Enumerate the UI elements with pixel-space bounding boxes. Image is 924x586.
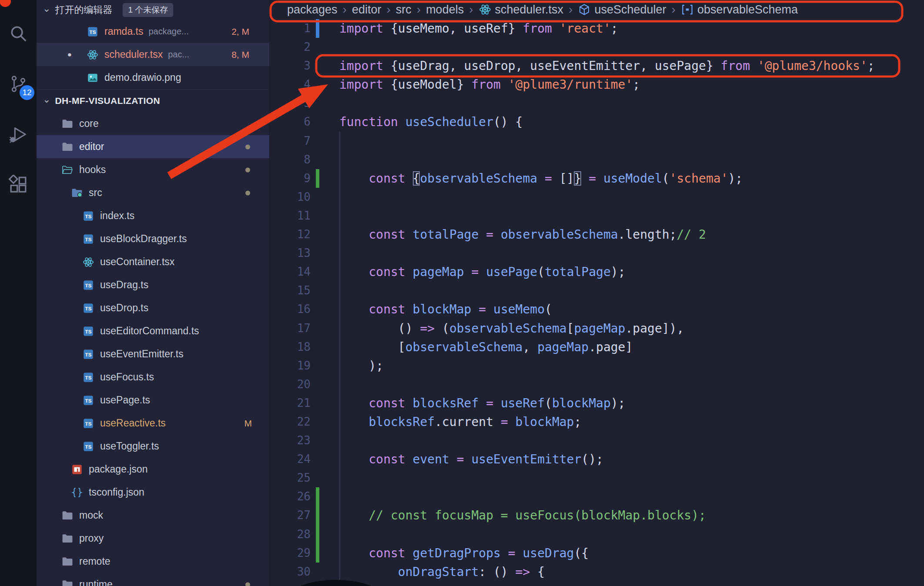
line-number[interactable]: 26 xyxy=(297,487,311,506)
open-editor-item[interactable]: demo.drawio.png xyxy=(37,66,269,89)
project-header[interactable]: ⌄ DH-MF-VISUALIZATION xyxy=(37,89,269,112)
line-number[interactable]: 17 xyxy=(297,319,311,338)
code-text[interactable]: const getDragProps = useDrag({ xyxy=(322,544,589,563)
code-text[interactable]: const event = useEventEmitter(); xyxy=(322,450,603,469)
code-text[interactable]: const {observableSchema = []} = useModel… xyxy=(322,169,743,188)
tree-item-useeditorcommand-ts[interactable]: TSuseEditorCommand.ts xyxy=(37,320,269,343)
code-line[interactable]: 14 const pageMap = usePage(totalPage); xyxy=(270,263,924,281)
line-number[interactable]: 24 xyxy=(297,450,311,469)
tree-item-proxy[interactable]: proxy xyxy=(37,527,269,550)
code-line[interactable]: 9 const {observableSchema = []} = useMod… xyxy=(270,169,924,188)
line-number[interactable]: 22 xyxy=(297,413,311,431)
tree-item-editor[interactable]: editor xyxy=(37,135,269,158)
tree-item-package-json[interactable]: package.json xyxy=(37,458,269,481)
line-number[interactable]: 19 xyxy=(297,356,311,375)
line-number[interactable]: 11 xyxy=(297,206,311,225)
code-line[interactable]: 1import {useMemo, useRef} from 'react'; xyxy=(270,19,924,38)
tree-item-useblockdragger-ts[interactable]: TSuseBlockDragger.ts xyxy=(37,227,269,250)
tree-item-runtime[interactable]: runtime xyxy=(37,573,269,586)
code-line[interactable]: 4import {useModel} from '@plume3/runtime… xyxy=(270,75,924,94)
line-number[interactable]: 1 xyxy=(304,19,311,38)
line-number[interactable]: 28 xyxy=(297,525,311,544)
code-line[interactable]: 25 xyxy=(270,469,924,487)
code-lines[interactable]: 1import {useMemo, useRef} from 'react';2… xyxy=(270,19,924,586)
code-text[interactable]: [observableSchema, pageMap.page] xyxy=(322,338,633,356)
code-line[interactable]: 27 // const focusMap = useFocus(blockMap… xyxy=(270,506,924,525)
code-line[interactable]: 30 onDragStart: () => { xyxy=(270,563,924,581)
code-line[interactable]: 13 xyxy=(270,244,924,263)
tree-item-index-ts[interactable]: TSindex.ts xyxy=(37,204,269,227)
line-number[interactable]: 8 xyxy=(304,150,311,169)
line-number[interactable]: 13 xyxy=(297,244,311,263)
tree-item-usereactive-ts[interactable]: TSuseReactive.tsM xyxy=(37,412,269,435)
code-text[interactable]: const pageMap = usePage(totalPage); xyxy=(322,263,626,281)
code-line[interactable]: 29 const getDragProps = useDrag({ xyxy=(270,544,924,563)
breadcrumb-item-editor[interactable]: editor xyxy=(352,3,382,17)
code-line[interactable]: 26 xyxy=(270,487,924,506)
source-control-icon[interactable]: 12 xyxy=(6,71,31,97)
breadcrumb-item-scheduler-tsx[interactable]: scheduler.tsx xyxy=(479,3,564,17)
line-number[interactable]: 2 xyxy=(304,38,311,57)
line-number[interactable]: 3 xyxy=(304,57,311,75)
line-number[interactable]: 4 xyxy=(304,75,311,94)
code-line[interactable]: 10 xyxy=(270,188,924,206)
line-number[interactable]: 25 xyxy=(297,469,311,487)
line-number[interactable]: 5 xyxy=(304,94,311,113)
tree-item-usedrag-ts[interactable]: TSuseDrag.ts xyxy=(37,273,269,296)
code-line[interactable]: 28 xyxy=(270,525,924,544)
code-line[interactable]: 23 xyxy=(270,431,924,450)
extensions-icon[interactable] xyxy=(6,172,31,197)
tree-item-usetoggler-ts[interactable]: TSuseToggler.ts xyxy=(37,435,269,458)
line-number[interactable]: 29 xyxy=(297,544,311,563)
code-line[interactable]: 21 const blocksRef = useRef(blockMap); xyxy=(270,394,924,413)
code-line[interactable]: 17 () => (observableSchema[pageMap.page]… xyxy=(270,319,924,338)
code-line[interactable]: 7 xyxy=(270,132,924,150)
code-line[interactable]: 20 xyxy=(270,375,924,394)
line-number[interactable]: 21 xyxy=(297,394,311,413)
line-number[interactable]: 14 xyxy=(297,263,311,281)
code-line[interactable]: 6function useScheduler() { xyxy=(270,113,924,131)
search-icon[interactable] xyxy=(6,21,31,46)
tree-item-usefocus-ts[interactable]: TSuseFocus.ts xyxy=(37,366,269,389)
open-editor-item[interactable]: ●scheduler.tsxpac...8, M xyxy=(37,43,269,66)
code-line[interactable]: 2 xyxy=(270,38,924,57)
tree-item-src[interactable]: src xyxy=(37,181,269,204)
line-number[interactable]: 30 xyxy=(297,563,311,581)
tree-item-useeventemitter-ts[interactable]: TSuseEventEmitter.ts xyxy=(37,343,269,366)
breadcrumb-item-src[interactable]: src xyxy=(396,3,412,17)
breadcrumb-item-packages[interactable]: packages xyxy=(287,3,338,17)
line-number[interactable]: 20 xyxy=(297,375,311,394)
line-number[interactable]: 16 xyxy=(297,300,311,319)
line-number[interactable]: 18 xyxy=(297,338,311,356)
tree-item-remote[interactable]: remote xyxy=(37,550,269,573)
tree-item-mock[interactable]: mock xyxy=(37,504,269,527)
code-line[interactable]: 5 xyxy=(270,94,924,113)
code-line[interactable]: 16 const blockMap = useMemo( xyxy=(270,300,924,319)
tree-item-core[interactable]: core xyxy=(37,112,269,135)
breadcrumb-item-observableschema[interactable]: observableSchema xyxy=(681,3,798,17)
open-editor-item[interactable]: TSramda.tspackage...2, M xyxy=(37,20,269,43)
code-line[interactable]: 24 const event = useEventEmitter(); xyxy=(270,450,924,469)
tree-item-tsconfig-json[interactable]: tsconfig.json xyxy=(37,481,269,504)
tree-item-usepage-ts[interactable]: TSusePage.ts xyxy=(37,389,269,412)
code-text[interactable]: import {useDrag, useDrop, useEventEmitte… xyxy=(322,57,875,75)
code-text[interactable]: const totalPage = observableSchema.lengt… xyxy=(322,225,706,244)
code-text[interactable]: import {useMemo, useRef} from 'react'; xyxy=(322,19,618,38)
code-text[interactable]: () => (observableSchema[pageMap.page]), xyxy=(322,319,684,338)
code-text[interactable]: // const focusMap = useFocus(blockMap.bl… xyxy=(322,506,706,525)
tree-item-usecontainer-tsx[interactable]: useContainer.tsx xyxy=(37,250,269,273)
tree-item-hooks[interactable]: hooks xyxy=(37,158,269,181)
code-text[interactable]: ); xyxy=(322,356,383,375)
code-text[interactable]: const blockMap = useMemo( xyxy=(322,300,552,319)
line-number[interactable]: 9 xyxy=(304,169,311,188)
line-number[interactable]: 27 xyxy=(297,506,311,525)
code-line[interactable]: 3import {useDrag, useDrop, useEventEmitt… xyxy=(270,57,924,75)
code-line[interactable]: 15 xyxy=(270,281,924,300)
line-number[interactable]: 12 xyxy=(297,225,311,244)
line-number[interactable]: 10 xyxy=(297,188,311,206)
code-text[interactable]: blocksRef.current = blockMap; xyxy=(322,413,581,431)
line-number[interactable]: 7 xyxy=(304,132,311,150)
code-text[interactable]: import {useModel} from '@plume3/runtime'… xyxy=(322,75,640,94)
line-number[interactable]: 23 xyxy=(297,431,311,450)
breadcrumb-item-models[interactable]: models xyxy=(426,3,464,17)
